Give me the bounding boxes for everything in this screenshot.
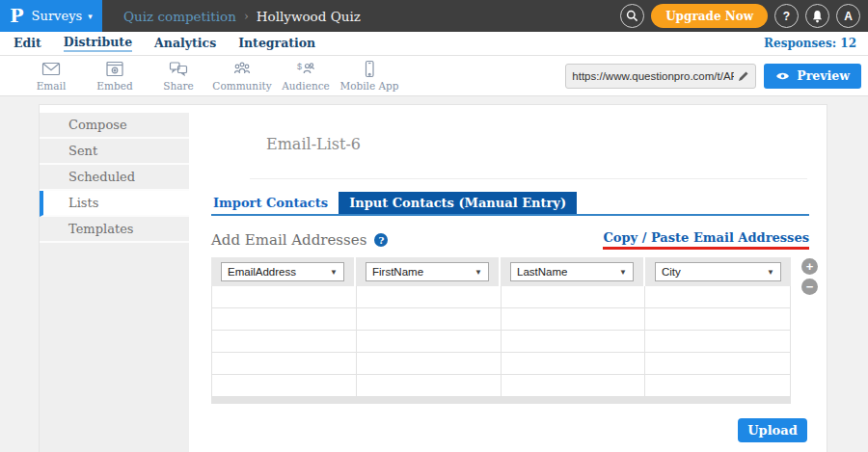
- contact-input-cell[interactable]: [502, 286, 646, 307]
- channel-embed[interactable]: Embed: [83, 60, 147, 92]
- contact-input-cell[interactable]: [502, 331, 646, 352]
- list-detail-panel: Email-List-6 Import Contacts Input Conta…: [189, 105, 827, 452]
- contacts-grid-body: [211, 286, 791, 397]
- nav-item-analytics[interactable]: Analytics: [154, 36, 216, 51]
- channel-email[interactable]: Email: [19, 60, 83, 92]
- breadcrumb-folder[interactable]: Quiz competition: [123, 9, 236, 24]
- column-select-emailaddress[interactable]: EmailAddress ▼: [221, 262, 344, 281]
- add-row-button[interactable]: +: [801, 258, 818, 275]
- edit-url-button[interactable]: [734, 70, 749, 82]
- sidebar-item-lists[interactable]: Lists: [40, 191, 189, 217]
- contact-input-cell[interactable]: [212, 331, 357, 352]
- avatar-letter: A: [844, 10, 853, 23]
- sidebar-item-compose[interactable]: Compose: [40, 113, 189, 139]
- chevron-down-icon: ▼: [767, 268, 774, 277]
- search-button[interactable]: [620, 4, 644, 28]
- chevron-down-icon: ▼: [330, 268, 338, 277]
- table-row: [212, 286, 790, 308]
- upload-button[interactable]: Upload: [738, 418, 807, 442]
- contact-input-cell[interactable]: [645, 286, 790, 307]
- product-switcher[interactable]: P Surveys ▾: [0, 0, 102, 32]
- speech-bubbles-icon: [169, 60, 188, 78]
- title-divider: [250, 178, 807, 179]
- email-lists-card: Compose Sent Scheduled Lists Templates E…: [39, 104, 827, 452]
- channel-mobile-app[interactable]: Mobile App: [338, 60, 401, 92]
- survey-nav: Edit Distribute Analytics Integration Re…: [0, 32, 868, 56]
- notifications-button[interactable]: [805, 4, 829, 28]
- channel-label: Share: [163, 80, 193, 92]
- row-controls: + −: [801, 258, 818, 404]
- top-app-bar: P Surveys ▾ Quiz competition › Hollywood…: [0, 0, 868, 32]
- contacts-tabs: Import Contacts Input Contacts (Manual E…: [211, 192, 809, 216]
- contact-input-cell[interactable]: [645, 375, 790, 396]
- nav-item-integration[interactable]: Integration: [238, 36, 315, 51]
- channel-community[interactable]: Community: [210, 60, 274, 92]
- contact-input-cell[interactable]: [645, 308, 790, 330]
- help-button[interactable]: ?: [774, 4, 799, 28]
- contact-input-cell[interactable]: [357, 353, 502, 374]
- copy-paste-emails-link[interactable]: Copy / Paste Email Addresses: [603, 230, 809, 250]
- channel-label: Mobile App: [339, 80, 398, 92]
- selected-column-value: City: [662, 266, 681, 278]
- column-header-cell: FirstName ▼: [356, 257, 501, 286]
- channel-buttons: Email Embed Share: [19, 60, 401, 92]
- people-group-icon: [232, 60, 252, 78]
- column-select-city[interactable]: City ▼: [655, 262, 781, 281]
- survey-link-area: https://www.questionpro.com/t/APNrfZ Pre…: [565, 64, 868, 89]
- contact-input-cell[interactable]: [357, 308, 502, 330]
- column-header-cell: City ▼: [645, 257, 791, 286]
- contact-input-cell[interactable]: [645, 353, 790, 374]
- channel-label: Email: [37, 80, 67, 92]
- contact-input-cell[interactable]: [357, 286, 502, 307]
- selected-column-value: EmailAddress: [228, 266, 296, 278]
- channel-audience[interactable]: $ Audience: [274, 60, 338, 92]
- responses-count[interactable]: Responses: 12: [764, 37, 856, 50]
- phone-icon: [360, 60, 379, 78]
- tab-input-contacts-manual[interactable]: Input Contacts (Manual Entry): [339, 192, 577, 214]
- remove-row-button[interactable]: −: [801, 279, 818, 295]
- pencil-icon: [738, 70, 749, 82]
- product-menu-label: Surveys: [32, 9, 83, 23]
- survey-url-box: https://www.questionpro.com/t/APNrfZ: [565, 64, 756, 89]
- page-title: Email-List-6: [266, 135, 809, 153]
- preview-button[interactable]: Preview: [764, 64, 861, 89]
- contact-input-cell[interactable]: [212, 353, 357, 374]
- table-row: [212, 353, 790, 375]
- contacts-grid: EmailAddress ▼ FirstName ▼: [211, 257, 791, 404]
- channel-share[interactable]: Share: [147, 60, 210, 92]
- table-row: [212, 375, 790, 397]
- contact-input-cell[interactable]: [212, 308, 357, 330]
- sidebar-item-label: Compose: [68, 118, 127, 132]
- account-avatar[interactable]: A: [836, 4, 860, 28]
- survey-url-value[interactable]: https://www.questionpro.com/t/APNrfZ: [572, 70, 734, 82]
- sidebar-item-templates[interactable]: Templates: [40, 217, 189, 243]
- sidebar-item-scheduled[interactable]: Scheduled: [40, 165, 189, 191]
- contact-input-cell[interactable]: [502, 353, 646, 374]
- upgrade-now-button[interactable]: Upgrade Now: [651, 4, 768, 28]
- contact-input-cell[interactable]: [502, 308, 646, 330]
- channel-label: Audience: [282, 80, 330, 92]
- table-row: [212, 308, 790, 331]
- contact-input-cell[interactable]: [212, 286, 357, 307]
- tab-import-contacts[interactable]: Import Contacts: [211, 192, 330, 214]
- column-select-firstname[interactable]: FirstName ▼: [366, 262, 489, 281]
- selected-column-value: FirstName: [372, 266, 423, 278]
- contact-input-cell[interactable]: [645, 331, 790, 352]
- breadcrumb-current-survey: Hollywood Quiz: [257, 9, 361, 24]
- chevron-down-icon: ▼: [475, 268, 482, 277]
- nav-item-distribute[interactable]: Distribute: [64, 35, 132, 52]
- preview-label: Preview: [797, 68, 850, 83]
- contact-input-cell[interactable]: [502, 375, 646, 396]
- section-title: Add Email Addresses: [211, 231, 366, 249]
- contact-input-cell[interactable]: [212, 375, 357, 396]
- contact-input-cell[interactable]: [357, 375, 502, 396]
- email-sidebar: Compose Sent Scheduled Lists Templates: [40, 113, 189, 452]
- help-tooltip-icon[interactable]: ?: [374, 233, 388, 247]
- column-header-cell: EmailAddress ▼: [211, 257, 356, 286]
- envelope-icon: [41, 60, 61, 78]
- sidebar-item-sent[interactable]: Sent: [40, 139, 189, 165]
- contact-input-cell[interactable]: [357, 331, 502, 352]
- nav-item-edit[interactable]: Edit: [14, 36, 41, 51]
- column-select-lastname[interactable]: LastName ▼: [510, 262, 634, 281]
- horizontal-scrollbar[interactable]: [211, 397, 791, 404]
